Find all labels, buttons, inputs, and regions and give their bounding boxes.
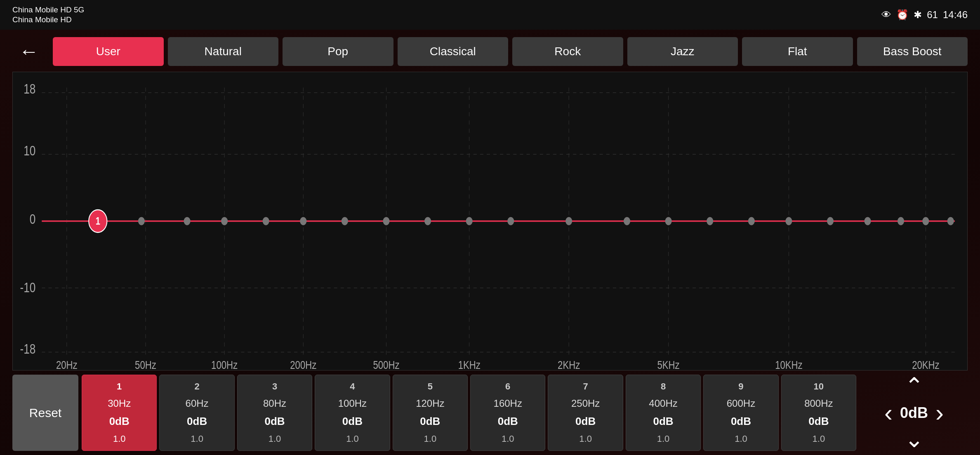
band-cell-7[interactable]: 7250Hz0dB1.0 — [548, 375, 623, 451]
nav-value-row: ‹ 0dB › — [884, 401, 944, 425]
band-freq-8: 400Hz — [649, 398, 677, 409]
band-db-10: 0dB — [808, 415, 829, 428]
preset-tab-natural[interactable]: Natural — [168, 37, 279, 66]
eq-chart[interactable]: 18 10 0 -10 -18 — [12, 72, 968, 371]
svg-text:18: 18 — [24, 82, 35, 96]
svg-point-36 — [665, 217, 672, 225]
band-q-6: 1.0 — [502, 434, 514, 444]
svg-text:-10: -10 — [20, 280, 36, 295]
svg-point-30 — [383, 217, 389, 225]
preset-tab-classical[interactable]: Classical — [398, 37, 509, 66]
band-db-7: 0dB — [575, 415, 596, 428]
band-cell-8[interactable]: 8400Hz0dB1.0 — [626, 375, 701, 451]
svg-text:1: 1 — [96, 215, 100, 227]
svg-text:100Hz: 100Hz — [211, 359, 238, 370]
preset-tab-flat[interactable]: Flat — [742, 37, 853, 66]
band-db-9: 0dB — [731, 415, 751, 428]
svg-point-37 — [707, 217, 713, 225]
band-freq-3: 80Hz — [263, 398, 286, 409]
time-label: 14:46 — [943, 9, 968, 21]
band-cell-2[interactable]: 260Hz0dB1.0 — [159, 375, 234, 451]
battery-label: 61 — [927, 9, 938, 21]
svg-text:200Hz: 200Hz — [290, 359, 316, 370]
band-q-3: 1.0 — [269, 434, 281, 444]
band-cell-1[interactable]: 130Hz0dB1.0 — [82, 375, 157, 451]
band-cell-4[interactable]: 4100Hz0dB1.0 — [315, 375, 390, 451]
preset-tab-user[interactable]: User — [53, 37, 164, 66]
eye-icon: 👁 — [881, 9, 891, 21]
band-num-8: 8 — [661, 381, 666, 392]
svg-point-28 — [300, 217, 306, 225]
band-freq-4: 100Hz — [338, 398, 367, 409]
svg-point-40 — [827, 217, 834, 225]
band-num-7: 7 — [583, 381, 588, 392]
svg-text:500Hz: 500Hz — [373, 359, 400, 370]
band-q-9: 1.0 — [735, 434, 747, 444]
status-bar: China Mobile HD 5G China Mobile HD 👁 ⏰ ✱… — [0, 0, 980, 30]
band-db-5: 0dB — [420, 415, 440, 428]
alarm-icon: ⏰ — [896, 9, 909, 21]
band-num-1: 1 — [117, 381, 122, 392]
eq-chart-svg: 18 10 0 -10 -18 — [13, 72, 967, 370]
band-db-4: 0dB — [342, 415, 363, 428]
svg-point-42 — [898, 217, 904, 225]
top-bar: ← UserNaturalPopClassicalRockJazzFlatBas… — [12, 37, 968, 66]
svg-point-32 — [466, 217, 473, 225]
carrier1-label: China Mobile HD 5G — [12, 5, 84, 14]
band-cell-10[interactable]: 10800Hz0dB1.0 — [781, 375, 856, 451]
band-q-1: 1.0 — [113, 434, 126, 444]
status-right: 👁 ⏰ ✱ 61 14:46 — [881, 9, 968, 21]
svg-point-25 — [184, 217, 191, 225]
band-db-6: 0dB — [498, 415, 518, 428]
band-db-8: 0dB — [653, 415, 673, 428]
svg-text:20KHz: 20KHz — [912, 359, 939, 370]
svg-point-44 — [947, 217, 954, 225]
svg-point-39 — [785, 217, 792, 225]
band-num-3: 3 — [272, 381, 277, 392]
svg-point-35 — [624, 217, 630, 225]
back-arrow-icon: ← — [19, 42, 39, 61]
svg-text:5KHz: 5KHz — [657, 359, 680, 370]
svg-point-34 — [565, 217, 572, 225]
bottom-controls: Reset 130Hz0dB1.0260Hz0dB1.0380Hz0dB1.04… — [12, 375, 968, 451]
carrier2-label: China Mobile HD — [12, 15, 84, 24]
svg-text:50Hz: 50Hz — [135, 359, 156, 370]
svg-point-43 — [922, 217, 929, 225]
band-cell-5[interactable]: 5120Hz0dB1.0 — [393, 375, 468, 451]
band-q-2: 1.0 — [191, 434, 203, 444]
band-num-6: 6 — [505, 381, 510, 392]
reset-button[interactable]: Reset — [12, 375, 78, 451]
up-arrow-button[interactable]: ⌃ — [905, 375, 924, 398]
svg-point-26 — [221, 217, 228, 225]
down-arrow-button[interactable]: ⌄ — [905, 428, 924, 451]
svg-point-24 — [138, 217, 145, 225]
band-q-7: 1.0 — [579, 434, 592, 444]
band-cell-6[interactable]: 6160Hz0dB1.0 — [470, 375, 545, 451]
back-button[interactable]: ← — [12, 37, 45, 66]
band-q-10: 1.0 — [813, 434, 825, 444]
band-q-4: 1.0 — [346, 434, 359, 444]
band-q-8: 1.0 — [657, 434, 670, 444]
band-db-1: 0dB — [109, 415, 130, 428]
svg-text:-18: -18 — [20, 341, 36, 356]
svg-point-27 — [263, 217, 269, 225]
preset-tab-rock[interactable]: Rock — [512, 37, 623, 66]
band-freq-7: 250Hz — [571, 398, 600, 409]
band-freq-10: 800Hz — [804, 398, 833, 409]
svg-point-38 — [748, 217, 755, 225]
band-cell-3[interactable]: 380Hz0dB1.0 — [237, 375, 312, 451]
left-arrow-button[interactable]: ‹ — [884, 401, 893, 425]
preset-tab-pop[interactable]: Pop — [283, 37, 393, 66]
preset-tab-bassboost[interactable]: Bass Boost — [857, 37, 968, 66]
band-q-5: 1.0 — [424, 434, 437, 444]
band-num-10: 10 — [814, 381, 824, 392]
svg-text:0: 0 — [30, 211, 36, 226]
band-num-5: 5 — [428, 381, 433, 392]
preset-tab-jazz[interactable]: Jazz — [627, 37, 738, 66]
svg-point-29 — [342, 217, 348, 225]
main-content: ← UserNaturalPopClassicalRockJazzFlatBas… — [0, 30, 980, 455]
right-arrow-button[interactable]: › — [935, 401, 944, 425]
svg-text:20Hz: 20Hz — [56, 359, 78, 370]
band-cell-9[interactable]: 9600Hz0dB1.0 — [703, 375, 778, 451]
svg-text:10KHz: 10KHz — [775, 359, 802, 370]
